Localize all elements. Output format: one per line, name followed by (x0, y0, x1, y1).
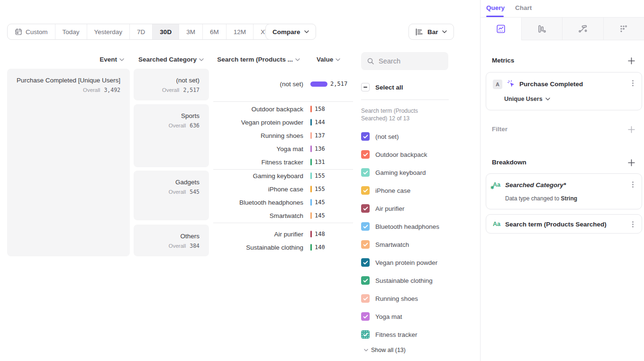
filter-option[interactable]: Yoga mat (361, 307, 402, 325)
kebab-menu-icon[interactable] (629, 181, 636, 188)
metric-card[interactable]: A Purchase Completed Unique Users (486, 72, 642, 110)
tab-query[interactable]: Query (486, 4, 505, 11)
filter-option[interactable]: Gaming keyboard (361, 163, 426, 181)
date-range-today[interactable]: Today (55, 24, 87, 39)
filter-option[interactable]: Sustainable clothing (361, 271, 433, 289)
date-range-label: 12M (234, 28, 246, 36)
table-row[interactable]: (not set) 2,517 (211, 77, 347, 90)
category-label: (not set) (134, 76, 200, 85)
retention-tab[interactable] (603, 18, 644, 40)
value-text: 148 (315, 231, 325, 237)
filter-option-label: Vegan protein powder (375, 259, 437, 266)
checkbox-checked-icon[interactable] (361, 132, 370, 141)
checkbox-checked-icon[interactable] (361, 186, 370, 195)
checkbox-indeterminate-icon[interactable] (361, 83, 370, 91)
search-input[interactable] (379, 57, 440, 65)
value-bar (310, 172, 312, 179)
value-text: 155 (315, 186, 325, 192)
filter-option[interactable]: Fitness tracker (361, 325, 417, 343)
table-row[interactable]: Outdoor backpack 158 (211, 102, 325, 116)
chart-type-label: Bar (427, 28, 438, 36)
filter-option[interactable]: Outdoor backpack (361, 145, 427, 163)
checkbox-checked-icon[interactable] (361, 168, 370, 177)
check-icon (363, 153, 368, 157)
date-range-label: 3M (186, 28, 195, 36)
chart-type-button[interactable]: Bar (408, 24, 454, 40)
chevron-down-icon (336, 58, 340, 61)
table-row[interactable]: Smartwatch 145 (211, 209, 325, 222)
select-all-toggle[interactable]: Select all (361, 80, 403, 94)
funnels-tab[interactable] (521, 18, 562, 40)
filter-option[interactable]: Smartwatch (361, 235, 409, 253)
checkbox-checked-icon[interactable] (361, 222, 370, 231)
column-header-value[interactable]: Value (317, 55, 350, 63)
series-badge: A (493, 80, 502, 89)
filter-option-label: iPhone case (375, 187, 410, 194)
filter-search-box[interactable] (361, 52, 448, 70)
overall-label: Overall (169, 243, 186, 249)
insights-tab[interactable] (481, 18, 521, 40)
add-breakdown-button[interactable] (628, 159, 635, 166)
event-sparkle-icon (507, 80, 516, 89)
date-range-custom[interactable]: Custom (8, 24, 55, 39)
tab-chart[interactable]: Chart (515, 4, 532, 11)
filter-option[interactable]: Vegan protein powder (361, 253, 437, 271)
add-metric-button[interactable] (628, 57, 635, 64)
event-cell[interactable]: Purchase Completed [Unique Users] Overal… (7, 69, 130, 256)
filter-option-label: Yoga mat (375, 313, 402, 320)
checkbox-checked-icon[interactable] (361, 258, 370, 267)
column-header-search-term[interactable]: Search term (Products ... (210, 55, 300, 63)
checkbox-checked-icon[interactable] (361, 294, 370, 303)
category-cell[interactable]: Others Overall 384 (134, 225, 209, 256)
filter-option[interactable]: iPhone case (361, 181, 410, 199)
kebab-menu-icon[interactable] (629, 80, 636, 86)
table-row[interactable]: Bluetooth headphones 145 (211, 196, 325, 209)
show-all-link[interactable]: Show all (13) (364, 347, 406, 353)
aggregation-dropdown[interactable]: Unique Users (504, 96, 550, 102)
overall-value: 3,492 (104, 87, 120, 93)
chevron-down-icon (295, 58, 300, 61)
date-range-30d[interactable]: 30D (153, 24, 179, 39)
date-range-12m[interactable]: 12M (227, 24, 254, 39)
flows-tab[interactable] (562, 18, 603, 40)
checkbox-checked-icon[interactable] (361, 276, 370, 285)
category-cell[interactable]: (not set) Overall 2,517 (134, 69, 209, 100)
checkbox-checked-icon[interactable] (361, 150, 370, 159)
check-icon (363, 171, 368, 175)
checkbox-checked-icon[interactable] (361, 330, 370, 339)
add-filter-button[interactable] (628, 126, 635, 133)
kebab-menu-icon[interactable] (629, 221, 636, 227)
filter-option[interactable]: Running shoes (361, 289, 418, 307)
breakdown-card-searched-category[interactable]: Aa✱ Searched Category* Data type changed… (486, 173, 642, 209)
table-row[interactable]: Gaming keyboard 155 (211, 169, 325, 182)
table-row[interactable]: Sustainable clothing 140 (211, 241, 325, 254)
filter-option[interactable]: Bluetooth headphones (361, 217, 439, 235)
breakdown-card-search-term[interactable]: Aa Search term (Products Searched) (486, 214, 642, 234)
date-range-3m[interactable]: 3M (179, 24, 203, 39)
date-range-6m[interactable]: 6M (203, 24, 227, 39)
table-row[interactable]: Yoga mat 136 (211, 142, 325, 155)
column-header-event[interactable]: Event (57, 55, 124, 63)
checkbox-checked-icon[interactable] (361, 312, 370, 321)
filter-option[interactable]: (not set) (361, 127, 399, 145)
filter-option[interactable]: Air purifier (361, 199, 405, 217)
table-row[interactable]: Fitness tracker 131 (211, 155, 325, 169)
check-icon (363, 279, 368, 283)
date-range-7d[interactable]: 7D (130, 24, 153, 39)
category-cell[interactable]: Gadgets Overall 545 (134, 171, 209, 220)
table-row[interactable]: iPhone case 155 (211, 182, 325, 196)
checkbox-checked-icon[interactable] (361, 204, 370, 213)
category-cell[interactable]: Sports Overall 636 (134, 104, 209, 167)
checkbox-checked-icon[interactable] (361, 240, 370, 249)
search-term-label: Vegan protein powder (211, 119, 303, 126)
table-row[interactable]: Running shoes 137 (211, 129, 325, 142)
column-header-category[interactable]: Searched Category (133, 55, 204, 63)
table-row[interactable]: Air purifier 148 (211, 227, 325, 241)
group-divider (213, 101, 353, 102)
date-range-yesterday[interactable]: Yesterday (87, 24, 130, 39)
value-bar (310, 231, 312, 237)
compare-button[interactable]: Compare (265, 24, 316, 40)
table-row[interactable]: Vegan protein powder 144 (211, 116, 325, 129)
value-bar (310, 145, 312, 152)
filter-option-label: (not set) (375, 133, 399, 140)
